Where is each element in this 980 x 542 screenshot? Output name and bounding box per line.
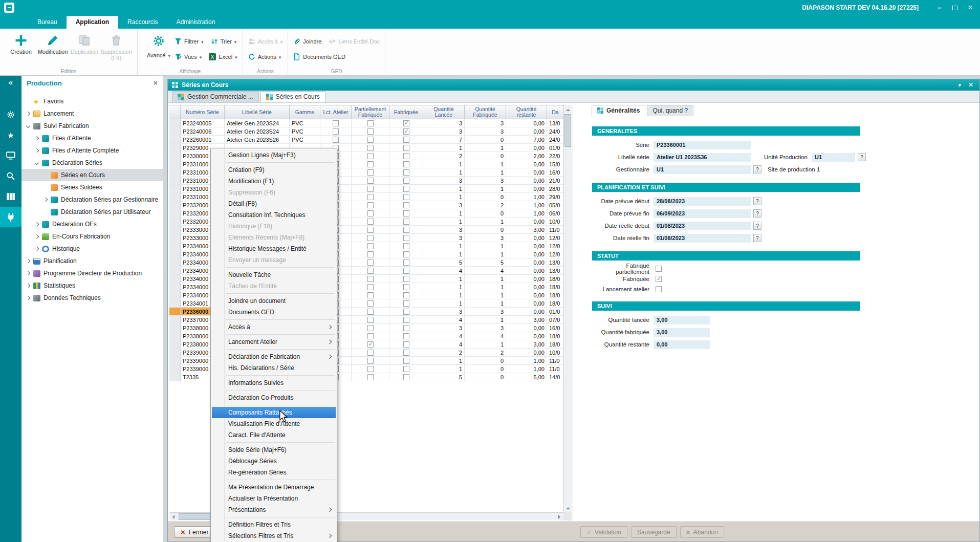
checkbox[interactable] [367,235,374,241]
checkbox[interactable] [367,358,374,364]
checkbox[interactable] [367,219,374,225]
checkbox[interactable] [403,350,409,356]
checkbox[interactable] [403,169,409,176]
checkbox[interactable] [367,243,374,249]
joindre-button[interactable]: Joindre [293,36,321,47]
checkbox[interactable] [403,243,409,249]
avance-button[interactable]: Avancé [143,31,175,67]
modules-button[interactable] [0,186,21,207]
unite-production-field[interactable]: U1 [812,153,855,162]
production-module-button[interactable] [0,207,21,227]
checkbox[interactable] [367,292,374,298]
table-row[interactable]: P23240005Atelier Gen 2023S24PVC330,0013/… [169,119,563,127]
checkbox[interactable] [403,284,409,290]
fermer-button[interactable]: Fermer [174,526,215,538]
checkbox[interactable] [403,227,409,233]
close-window-icon[interactable] [968,80,973,90]
date-field[interactable]: 01/08/2023 [654,222,751,230]
checkbox[interactable] [367,202,374,208]
trier-button[interactable]: Trier [211,36,237,47]
search-button[interactable] [0,166,21,186]
checkbox[interactable] [403,300,409,307]
favorites-button[interactable] [0,125,21,145]
column-header[interactable]: Partiellement Fabriquée [352,105,389,119]
tree-item[interactable]: Planification [21,255,163,267]
expander-icon[interactable] [26,111,31,117]
serie-field[interactable]: P23360001 [654,141,751,149]
help-button[interactable]: ? [753,209,761,218]
help-button[interactable]: ? [753,197,761,205]
tree-item[interactable]: Séries Soldées [21,181,163,193]
close-sidebar-icon[interactable] [154,79,158,87]
tree-item[interactable]: En-Cours Fabrication [21,230,163,243]
checkbox[interactable] [403,309,409,315]
context-menu-item[interactable]: Solde Série (Maj+F6) [211,444,337,456]
checkbox[interactable] [403,145,409,151]
checkbox[interactable] [367,259,374,266]
tree-item[interactable]: Favoris [21,95,163,107]
checkbox[interactable] [656,276,662,282]
context-menu-item[interactable]: Ma Présentation de Démarrage [211,482,337,493]
tab-generalites[interactable]: Généralités [592,105,645,116]
checkbox[interactable] [403,276,409,282]
context-menu-item[interactable]: Déclaration Co-Produits [211,392,337,403]
checkbox[interactable] [403,186,409,192]
documents-ged-button[interactable]: Documents GED [293,51,345,62]
column-header[interactable]: Quantité Lancée [423,105,465,119]
checkbox[interactable] [367,374,374,380]
minimize-button[interactable] [932,1,947,14]
checkbox[interactable] [403,341,409,348]
context-menu-item[interactable]: Définition Filtres et Tris [211,519,337,530]
context-menu-item[interactable]: Composants Rattachés [212,407,336,418]
tree-item[interactable]: Historique [21,243,163,255]
date-field[interactable]: 28/08/2023 [654,197,751,206]
expander-icon[interactable] [34,246,40,252]
context-menu-item[interactable]: Gestion Lignes (Maj+F3) [211,149,337,161]
expander-icon[interactable] [34,234,40,240]
mdi-titlebar[interactable]: Séries en Cours [168,79,979,91]
scroll-right-icon[interactable] [558,515,562,519]
context-menu-item[interactable]: Consultation Inf. Techniques [211,209,337,221]
checkbox[interactable] [403,374,409,380]
context-menu-item[interactable]: Déclaration de Fabrication [211,351,337,362]
tree-item[interactable]: Déclaration Séries par Gestionnaire [21,193,163,206]
column-header[interactable]: Fabriquée [389,105,423,119]
context-menu-item[interactable]: Détail (F8) [211,198,337,209]
creation-button[interactable]: Création [5,31,37,67]
tree-item[interactable]: Lancement [21,107,163,120]
column-header[interactable]: Da [547,105,564,119]
scroll-down-icon[interactable] [566,508,570,512]
scrollbar-thumb[interactable] [564,114,571,147]
gestionnaire-field[interactable]: U1 [654,165,751,174]
checkbox[interactable] [403,333,409,339]
tree-item[interactable]: Déclaration Séries [21,157,163,169]
expander-icon[interactable] [34,148,40,154]
excel-button[interactable]: X Excel [209,51,237,62]
menu-tab-application[interactable]: Application [67,16,118,29]
checkbox[interactable] [367,309,374,315]
window-menu-icon[interactable] [959,81,962,89]
checkbox[interactable] [403,128,409,135]
checkbox[interactable] [367,210,374,216]
settings-button[interactable] [0,104,21,125]
checkbox[interactable] [367,325,374,331]
checkbox[interactable] [403,219,409,225]
context-menu-item[interactable]: Nouvelle Tâche [211,269,337,280]
column-header[interactable]: Lct. Atelier [320,105,352,119]
context-menu-item[interactable]: Documents GED [211,307,337,318]
checkbox[interactable] [367,169,374,176]
table-row[interactable]: P23260001Atelier Gen 2023S26PVC707,0024/… [169,136,563,144]
table-row[interactable]: P23240006Atelier Gen 2023S24PVC330,0024/… [169,127,563,136]
checkbox[interactable] [333,137,339,143]
checkbox[interactable] [403,161,409,167]
checkbox[interactable] [403,194,409,200]
checkbox[interactable] [367,120,374,126]
checkbox[interactable] [403,268,409,274]
corner-header-cell[interactable] [169,105,181,119]
checkbox[interactable] [403,317,409,323]
checkbox[interactable] [403,178,409,184]
quantity-field[interactable]: 3,00 [654,316,710,324]
checkbox[interactable] [367,137,374,143]
tab-gestion-commerciale[interactable]: Gestion Commerciale ... [172,91,259,102]
tree-item[interactable]: Suivi Fabrication [21,120,163,132]
